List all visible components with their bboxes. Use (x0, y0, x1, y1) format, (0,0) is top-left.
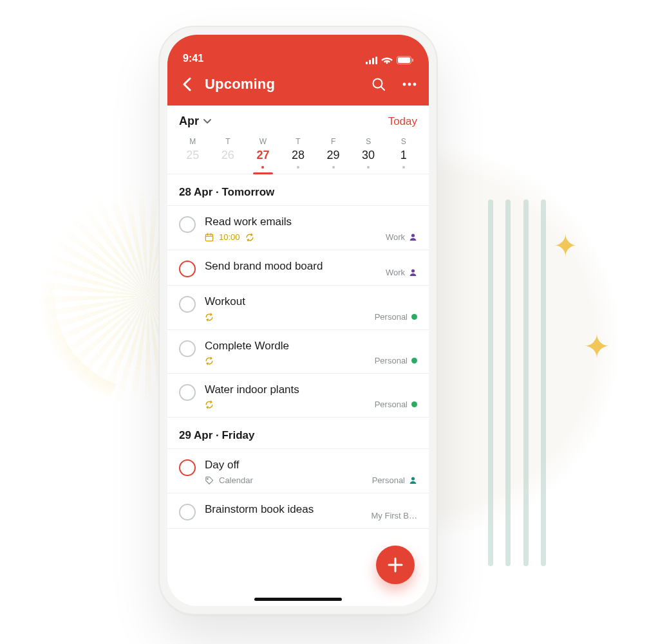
svg-rect-5 (398, 57, 410, 63)
task-project[interactable]: My First B… (372, 511, 418, 520)
more-button[interactable] (400, 75, 419, 93)
phone-frame: 9:41 Upcoming (158, 26, 438, 615)
wifi-icon (381, 56, 393, 64)
project-dot-icon (411, 358, 417, 363)
weekday-number: 30 (362, 149, 375, 162)
weekday-number: 27 (256, 149, 269, 162)
task-project[interactable]: Personal (375, 400, 417, 409)
weekday-label: F (331, 137, 335, 146)
week-day[interactable]: T26 (211, 133, 246, 174)
week-day[interactable]: T28 (281, 133, 316, 174)
task-tag: Calendar (219, 475, 253, 485)
task-row[interactable]: Read work emails10:00Work (167, 206, 429, 250)
project-person-icon (409, 476, 417, 484)
weekday-number: 25 (186, 149, 199, 162)
weekday-label: W (259, 137, 267, 146)
week-day[interactable]: S30 (351, 133, 386, 174)
svg-rect-11 (205, 234, 212, 241)
today-button[interactable]: Today (388, 115, 417, 128)
svg-point-8 (403, 83, 406, 86)
battery-icon (397, 56, 413, 64)
tag-icon (205, 476, 214, 485)
project-name: Work (386, 232, 405, 242)
search-button[interactable] (370, 75, 388, 93)
chevron-down-icon (203, 118, 212, 125)
week-day[interactable]: S1 (386, 133, 421, 174)
weekday-label: T (296, 137, 300, 146)
week-day[interactable]: W27 (245, 133, 281, 174)
phone-notch (242, 35, 355, 54)
event-dot (367, 166, 370, 169)
back-button[interactable] (178, 75, 196, 93)
plus-icon (387, 557, 404, 573)
phone-screen: 9:41 Upcoming (167, 35, 429, 606)
svg-point-14 (207, 478, 209, 479)
weekday-number: 28 (292, 149, 305, 162)
task-row[interactable]: Water indoor plantsPersonal (167, 374, 429, 418)
weekday-number: 29 (327, 149, 340, 162)
task-checkbox[interactable] (179, 261, 196, 277)
task-checkbox[interactable] (179, 504, 196, 520)
status-time: 9:41 (183, 53, 203, 64)
task-row[interactable]: WorkoutPersonal (167, 286, 429, 329)
week-strip: M25T26W27T28F29S30S1 (167, 133, 429, 174)
event-dot (297, 166, 299, 169)
project-name: My First B… (372, 511, 418, 520)
section-header: 29 Apr · Friday (167, 418, 429, 449)
task-checkbox[interactable] (179, 459, 196, 476)
project-dot-icon (411, 314, 417, 320)
task-list[interactable]: 28 Apr · TomorrowRead work emails10:00Wo… (167, 174, 429, 606)
week-day[interactable]: F29 (315, 133, 351, 174)
project-name: Work (386, 268, 405, 277)
task-project[interactable]: Work (386, 268, 417, 277)
task-checkbox[interactable] (179, 384, 196, 401)
recurring-icon (205, 313, 214, 322)
svg-rect-3 (375, 57, 377, 64)
svg-rect-6 (412, 59, 413, 62)
task-project[interactable]: Personal (375, 312, 417, 322)
task-project[interactable]: Personal (372, 475, 417, 485)
task-checkbox[interactable] (179, 296, 196, 313)
recurring-icon (245, 233, 254, 242)
task-title: Workout (205, 295, 417, 308)
svg-rect-0 (366, 62, 368, 64)
month-label: Apr (179, 115, 199, 128)
task-project[interactable]: Work (386, 232, 417, 242)
project-name: Personal (375, 356, 408, 365)
event-dot (261, 166, 264, 169)
weekday-label: T (225, 137, 230, 146)
svg-point-15 (411, 477, 415, 481)
weekday-number: 1 (400, 149, 407, 162)
recurring-icon (205, 356, 214, 365)
task-row[interactable]: Brainstorm book ideasMy First B… (167, 493, 429, 529)
project-name: Personal (372, 475, 405, 485)
month-picker[interactable]: Apr (179, 115, 212, 128)
task-time: 10:00 (219, 232, 240, 242)
add-task-fab[interactable] (376, 546, 415, 584)
weekday-label: M (189, 137, 196, 146)
project-name: Personal (375, 400, 408, 409)
task-row[interactable]: Complete WordlePersonal (167, 330, 429, 374)
weekday-label: S (366, 137, 371, 146)
svg-rect-2 (372, 58, 374, 64)
task-row[interactable]: Send brand mood boardWork (167, 250, 429, 286)
task-title: Read work emails (205, 215, 417, 228)
task-title: Water indoor plants (205, 383, 417, 396)
page-title: Upcoming (205, 76, 275, 93)
svg-point-10 (413, 83, 417, 86)
task-checkbox[interactable] (179, 216, 196, 233)
task-row[interactable]: Day offCalendarPersonal (167, 449, 429, 493)
project-person-icon (409, 233, 417, 241)
home-indicator (254, 598, 342, 601)
task-project[interactable]: Personal (375, 356, 417, 365)
recurring-icon (205, 400, 214, 409)
svg-point-9 (408, 83, 411, 86)
event-dot (332, 166, 335, 169)
week-day[interactable]: M25 (175, 133, 211, 174)
svg-point-13 (411, 270, 415, 273)
task-title: Day off (205, 458, 417, 472)
task-checkbox[interactable] (179, 340, 196, 357)
section-header: 28 Apr · Tomorrow (167, 174, 429, 206)
svg-rect-1 (369, 60, 371, 64)
event-dot (402, 166, 405, 169)
